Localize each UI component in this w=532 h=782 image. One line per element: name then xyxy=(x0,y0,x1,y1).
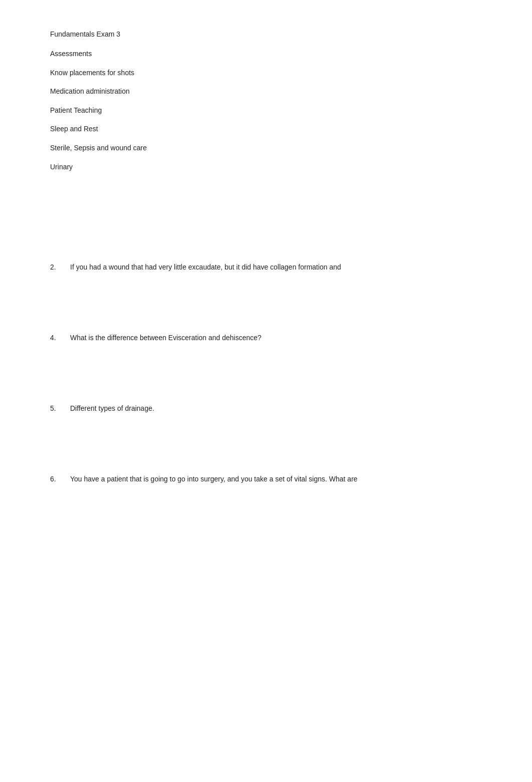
question-5-number: 5. xyxy=(50,403,70,414)
question-4-text: What is the difference between Eviscerat… xyxy=(70,333,481,343)
topic-item-3: Patient Teaching xyxy=(50,106,481,116)
question-6-number: 6. xyxy=(50,474,70,484)
question-4: 4. What is the difference between Evisce… xyxy=(50,333,481,343)
topic-item-4: Sleep and Rest xyxy=(50,124,481,134)
questions-section: 2. If you had a wound that had very litt… xyxy=(50,262,481,484)
topic-list: Assessments Know placements for shots Me… xyxy=(50,49,481,172)
question-2-number: 2. xyxy=(50,262,70,273)
topic-item-2: Medication administration xyxy=(50,87,481,97)
question-5-text: Different types of drainage. xyxy=(70,403,481,414)
page-content: Fundamentals Exam 3 Assessments Know pla… xyxy=(50,30,481,484)
topic-item-1: Know placements for shots xyxy=(50,68,481,78)
topic-item-6: Urinary xyxy=(50,162,481,172)
question-2-text: If you had a wound that had very little … xyxy=(70,262,481,273)
question-4-number: 4. xyxy=(50,333,70,343)
question-6: 6. You have a patient that is going to g… xyxy=(50,474,481,484)
page-title: Fundamentals Exam 3 xyxy=(50,30,481,38)
question-6-text: You have a patient that is going to go i… xyxy=(70,474,481,484)
topic-item-5: Sterile, Sepsis and wound care xyxy=(50,143,481,153)
question-5: 5. Different types of drainage. xyxy=(50,403,481,414)
assessments-heading: Assessments xyxy=(50,49,481,59)
question-2: 2. If you had a wound that had very litt… xyxy=(50,262,481,273)
